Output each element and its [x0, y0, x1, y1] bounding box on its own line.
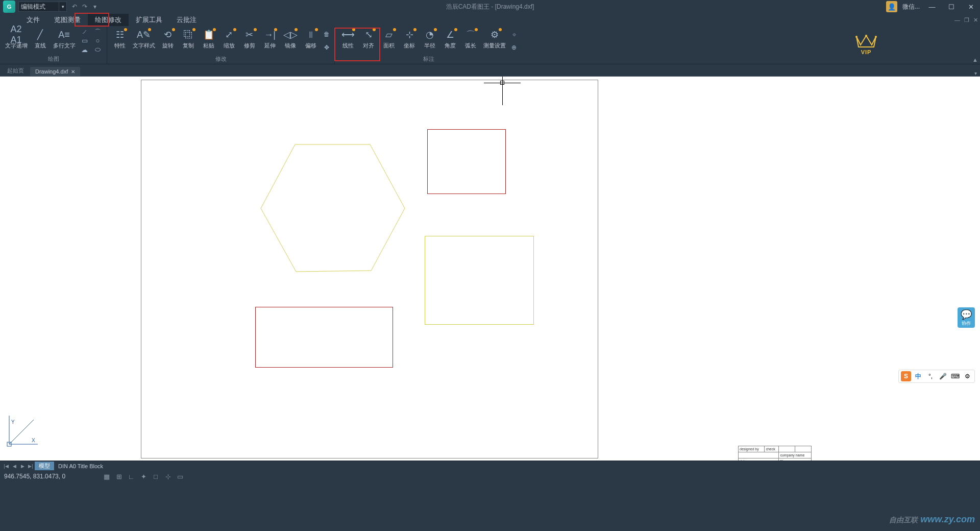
minimize-button[interactable]: — — [925, 2, 939, 12]
drawing-canvas[interactable]: YX designed bycheck company name datefil… — [0, 77, 980, 461]
tool-rotate[interactable]: ⟲旋转 — [158, 28, 178, 54]
tool-dim-linear[interactable]: ⟷线性 — [338, 28, 358, 54]
ime-keyboard-icon[interactable]: ⌨ — [950, 371, 960, 381]
tab-close-icon[interactable]: ✕ — [71, 69, 75, 75]
tool-line[interactable]: ╱直线 — [30, 28, 51, 54]
mode-dropdown-arrow[interactable]: ▾ — [59, 2, 67, 12]
layout-tab-a0[interactable]: DIN A0 Title Block — [54, 463, 107, 470]
svg-text:X: X — [32, 438, 35, 443]
ribbon-group-modify: ☷特性 A✎文字样式 ⟲旋转 ⿻复制 📋粘贴 ⤢缩放 ✂修剪 →|延伸 ◁▷镜像… — [107, 27, 335, 64]
menu-view[interactable]: 览图测量 — [47, 14, 88, 26]
ribbon: A2A1文字递增 ╱直线 A≡多行文字 ⟋ ▭ ☁ ⌒ ○ ⬭ 绘图 ☷特性 A… — [0, 27, 980, 64]
group-label-modify: 修改 — [215, 55, 227, 63]
tool-properties[interactable]: ☷特性 — [110, 28, 130, 54]
watermark: 自由互联 www.zy.com — [889, 514, 975, 525]
tool-copy[interactable]: ⿻复制 — [178, 28, 199, 54]
status-snap-icon[interactable]: ▦ — [102, 472, 111, 481]
layout-nav-last[interactable]: ▶| — [27, 462, 35, 470]
ellipse-icon[interactable]: ⬭ — [93, 45, 103, 54]
status-lwt-icon[interactable]: ▭ — [176, 472, 185, 481]
status-grid-icon[interactable]: ⊞ — [114, 472, 124, 481]
tool-measure-settings[interactable]: ⚙测量设置 — [481, 28, 508, 54]
collaboration-button[interactable]: 💬协作 — [958, 307, 975, 328]
layout-nav-prev[interactable]: ◀ — [10, 462, 18, 470]
dim-linear-icon: ⟷ — [342, 29, 354, 41]
rectangle-icon[interactable]: ▭ — [80, 37, 89, 45]
subwindow-close[interactable]: ✕ — [973, 17, 978, 23]
tab-drawing4[interactable]: Drawing4.dxf✕ — [30, 67, 80, 76]
mode-dropdown[interactable]: 编辑模式 — [18, 2, 59, 12]
move-icon[interactable]: ✥ — [322, 43, 331, 52]
tool-dim-angle[interactable]: ∠角度 — [440, 28, 460, 54]
tool-dim-arc[interactable]: ⌒弧长 — [460, 28, 481, 54]
ime-settings-icon[interactable]: ⚙ — [962, 371, 972, 381]
layout-nav-next[interactable]: ▶ — [18, 462, 27, 470]
tool-dim-radius[interactable]: ◔半径 — [420, 28, 440, 54]
menu-cloud-annotation[interactable]: 云批注 — [169, 14, 204, 26]
extend-icon: →| — [264, 29, 276, 41]
ime-sogou-icon[interactable]: S — [901, 371, 911, 381]
wechat-link[interactable]: 微信... — [902, 3, 920, 11]
titlebar: G 编辑模式 ▾ ↶ ↷ ▾ 浩辰CAD看图王 - [Drawing4.dxf]… — [0, 0, 980, 13]
dim-angle-icon: ∠ — [444, 29, 456, 41]
svg-point-2 — [875, 36, 877, 38]
dim-radius-icon: ◔ — [424, 29, 436, 41]
svg-text:Y: Y — [11, 419, 15, 425]
delete-icon[interactable]: 🗑 — [322, 30, 331, 38]
ime-toolbar[interactable]: S 中 °, 🎤 ⌨ ⚙ — [898, 370, 975, 383]
ribbon-group-dimension: ⟷线性 ⤡对齐 ▱面积 ⊹坐标 ◔半径 ∠角度 ⌒弧长 ⚙测量设置 ⟐ ⊕ 标注 — [335, 27, 523, 64]
close-button[interactable]: ✕ — [964, 2, 978, 12]
window-title: 浩辰CAD看图王 - [Drawing4.dxf] — [446, 3, 534, 11]
tool-mtext[interactable]: A≡多行文字 — [51, 28, 78, 54]
status-ortho-icon[interactable]: ∟ — [127, 472, 136, 481]
tool-textstyle[interactable]: A✎文字样式 — [130, 28, 158, 54]
cloud-icon[interactable]: ☁ — [80, 45, 89, 54]
tool-offset[interactable]: ⫴偏移 — [301, 28, 321, 54]
tool-extend[interactable]: →|延伸 — [260, 28, 280, 54]
tab-dropdown-icon[interactable]: ▾ — [974, 70, 977, 76]
mirror-icon: ◁▷ — [284, 29, 297, 41]
arc-icon[interactable]: ⌒ — [93, 28, 103, 36]
tool-scale[interactable]: ⤢缩放 — [219, 28, 239, 54]
maximize-button[interactable]: ☐ — [944, 2, 959, 12]
subwindow-minimize[interactable]: — — [954, 17, 960, 23]
tool-paste[interactable]: 📋粘贴 — [199, 28, 219, 54]
ime-voice-icon[interactable]: 🎤 — [938, 371, 948, 381]
tool-mirror[interactable]: ◁▷镜像 — [280, 28, 301, 54]
qat-redo-icon[interactable]: ↷ — [80, 2, 89, 11]
menu-extensions[interactable]: 扩展工具 — [129, 14, 169, 26]
dim-extra2-icon[interactable]: ⊕ — [509, 43, 519, 52]
mtext-icon: A≡ — [58, 29, 70, 41]
ime-punct-icon[interactable]: °, — [925, 371, 936, 381]
vip-badge[interactable]: VIP — [854, 34, 878, 55]
offset-icon: ⫴ — [305, 29, 317, 41]
status-osnap-icon[interactable]: □ — [151, 472, 160, 481]
status-polar-icon[interactable]: ✦ — [139, 472, 148, 481]
polyline-icon[interactable]: ⟋ — [80, 28, 89, 36]
tool-dim-area[interactable]: ▱面积 — [379, 28, 399, 54]
tool-dim-aligned[interactable]: ⤡对齐 — [358, 28, 379, 54]
status-track-icon[interactable]: ⊹ — [163, 472, 173, 481]
layout-tab-model[interactable]: 模型 — [35, 462, 54, 470]
svg-marker-3 — [261, 144, 405, 272]
menu-file[interactable]: 文件 — [19, 14, 47, 26]
group-label-dimension: 标注 — [423, 55, 434, 63]
ime-chinese-icon[interactable]: 中 — [913, 371, 923, 381]
qat-undo-icon[interactable]: ↶ — [70, 2, 79, 11]
user-avatar-icon[interactable]: 👤 — [886, 1, 897, 12]
tab-home[interactable]: 起始页 — [2, 65, 29, 76]
paste-icon: 📋 — [203, 29, 215, 41]
dim-extra1-icon[interactable]: ⟐ — [509, 30, 519, 38]
ribbon-collapse-icon[interactable]: ▲ — [972, 57, 978, 63]
menu-draw-modify[interactable]: 绘图修改 — [88, 14, 129, 26]
qat-more-icon[interactable]: ▾ — [90, 2, 100, 11]
layout-tabbar: |◀ ◀ ▶ ▶| 模型 DIN A0 Title Block — [0, 461, 980, 471]
layout-nav-first[interactable]: |◀ — [2, 462, 10, 470]
shape-red-rectangle-1 — [427, 129, 506, 194]
tool-dim-coord[interactable]: ⊹坐标 — [399, 28, 420, 54]
subwindow-restore[interactable]: ❐ — [964, 17, 969, 23]
tool-trim[interactable]: ✂修剪 — [239, 28, 260, 54]
circle-icon[interactable]: ○ — [93, 37, 103, 45]
tool-text-increment[interactable]: A2A1文字递增 — [3, 28, 30, 54]
title-block: designed bycheck company name datefile n… — [738, 446, 812, 461]
